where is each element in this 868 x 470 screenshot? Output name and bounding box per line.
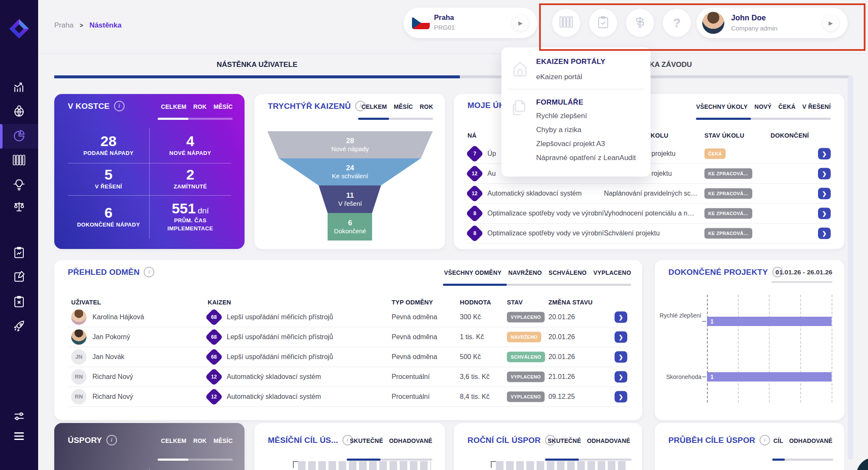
breadcrumb-parent[interactable]: Praha [54, 21, 73, 29]
tab-schvaleno[interactable]: SCHVÁLENO [548, 269, 587, 276]
reward-value: 8,4 tis. Kč [460, 393, 490, 401]
rocket-icon [13, 320, 25, 335]
sidebar-item-menu[interactable] [0, 425, 38, 449]
tab-rok[interactable]: ROK [420, 103, 433, 110]
tab-celkem[interactable]: CELKEM [161, 103, 186, 110]
sidebar-item-notes[interactable] [0, 265, 38, 290]
tab-celkem[interactable]: CELKEM [362, 103, 387, 110]
open-row-button[interactable]: ❯ [615, 391, 627, 402]
kaizen-name: Lepší uspořádání měřicích přístrojů [227, 333, 333, 341]
tab-v-reseni[interactable]: V ŘEŠENÍ [802, 103, 831, 110]
sidebar-item-dashboard[interactable] [0, 124, 38, 149]
page-scrollbar[interactable] [848, 75, 853, 460]
tab-navrzeno[interactable]: NAVRŽENO [508, 269, 542, 276]
table-row[interactable]: Karolína Hájková 68 Lepší uspořádání měř… [68, 307, 629, 327]
menu-item-ekaizen-portal[interactable]: eKaizen portál [536, 73, 582, 81]
tab-nastenka-uzivatele[interactable]: NÁSTĚNKA UŽIVATELE [54, 61, 460, 69]
floating-action-button[interactable] [856, 457, 868, 470]
tab-skutecne[interactable]: SKUTEČNÉ [350, 437, 383, 444]
tab-odhadovane[interactable]: ODHADOVANÉ [587, 437, 630, 444]
help-button[interactable]: ? [663, 9, 691, 37]
location-selector[interactable]: Praha PRG01 ▶ [403, 8, 537, 38]
tab-skutecne[interactable]: SKUTEČNÉ [548, 437, 581, 444]
tab-mesic[interactable]: MĚSÍC [214, 437, 233, 444]
tab-mesic[interactable]: MĚSÍC [214, 103, 233, 110]
funnel-stage-ke-schvaleni[interactable]: 24Ke schválení [267, 158, 433, 185]
kaizen-name: Optimalizace spotřeby vody ve výrobní… [487, 210, 611, 217]
table-row[interactable]: 8 Optimalizace spotřeby vody ve výrobní…… [467, 223, 831, 243]
menu-divider [508, 89, 644, 89]
table-row[interactable]: RN Richard Nový 12 Automatický skladovac… [68, 387, 629, 407]
bar-rychle-zlepseni[interactable]: 1 [707, 317, 832, 326]
tab-odhadovane[interactable]: ODHADOVANÉ [789, 437, 832, 444]
table-row[interactable]: Jan Pokorný 68 Lepší uspořádání měřicích… [68, 327, 629, 347]
table-row[interactable]: 12 Automatický skladovací systém Napláno… [467, 183, 831, 204]
open-row-button[interactable]: ❯ [818, 168, 831, 179]
menu-item-zlepsovaci-projekt[interactable]: Zlepšovací projekt A3 [536, 140, 605, 148]
sidebar-item-locations[interactable] [0, 100, 38, 124]
open-row-button[interactable]: ❯ [818, 188, 831, 199]
sidebar-item-ideas[interactable] [0, 173, 38, 198]
open-row-button[interactable]: ❯ [615, 351, 627, 362]
funnel-stage-v-reseni[interactable]: 11V řešení [267, 185, 433, 213]
tab-vsechny-odmeny[interactable]: VŠECHNY ODMĚNY [444, 269, 502, 276]
status-badge: SCHVÁLENO [507, 351, 545, 362]
bar-category-label: Skoronehoda [655, 373, 701, 380]
tab-novy[interactable]: NOVÝ [754, 103, 771, 110]
card-title: PRŮBĚH CÍLE ÚSPOR [668, 436, 755, 445]
menu-item-chyby-a-rizika[interactable]: Chyby a rizika [536, 126, 581, 134]
tab-vyplaceno[interactable]: VYPLACENO [593, 269, 631, 276]
tab-cil[interactable]: CÍL [773, 437, 783, 444]
breadcrumb-current[interactable]: Nástěnka [89, 21, 122, 29]
open-row-button[interactable]: ❯ [818, 227, 831, 239]
bar-skoronehoda[interactable]: 1 [707, 372, 832, 382]
portals-button[interactable] [552, 9, 580, 37]
table-row[interactable]: JN Jan Novák 68 Lepší uspořádání měřicíc… [68, 347, 629, 367]
tab-vsechny-ukoly[interactable]: VŠECHNY ÚKOLY [696, 103, 748, 110]
ekaizen-logo[interactable] [8, 18, 31, 40]
stat-zamitnute: 2ZAMÍTNUTÉ [150, 163, 231, 195]
menu-item-rychle-zlepseni[interactable]: Rychlé zlepšení [536, 112, 587, 120]
status-change-date: 20.01.26 [548, 333, 575, 341]
subtab-underline-track [785, 459, 833, 461]
sidebar-item-reports[interactable] [0, 241, 38, 265]
columns-icon [559, 15, 573, 30]
table-row[interactable]: 8 Optimalizace spotřeby vody ve výrobní…… [467, 203, 831, 224]
sidebar-item-audits[interactable] [0, 195, 38, 220]
pie-chart-icon [13, 129, 25, 144]
tab-celkem[interactable]: CELKEM [161, 437, 186, 444]
info-icon[interactable]: i [760, 435, 770, 445]
open-row-button[interactable]: ❯ [615, 371, 627, 382]
lightbulb-icon [13, 178, 25, 193]
tab-rok[interactable]: ROK [193, 437, 207, 444]
stat-v-reseni: 5V ŘEŠENÍ [68, 163, 149, 195]
active-subtab-underline [158, 459, 189, 461]
date-range[interactable]: 01.01.26 - 26.01.26 [776, 268, 832, 276]
funnel-stage-nove-napady[interactable]: 28Nové nápady [267, 131, 433, 158]
funnel-stage-dokoncene[interactable]: 6Dokončené [267, 213, 433, 241]
sidebar-item-projects[interactable] [0, 315, 38, 340]
kaizen-name: Lepší uspořádání měřicích přístrojů [227, 313, 333, 321]
info-icon[interactable]: i [114, 101, 125, 111]
tasks-button[interactable] [589, 9, 617, 37]
open-row-button[interactable]: ❯ [615, 311, 627, 323]
open-row-button[interactable]: ❯ [818, 148, 831, 159]
info-icon[interactable]: i [144, 267, 154, 277]
task-name: Naplánování pravidelných sc… [604, 190, 698, 197]
user-expand-button[interactable]: ▶ [822, 14, 839, 31]
menu-item-napravne-opatreni[interactable]: Nápravné opatření z LeanAudit [536, 154, 636, 162]
open-row-button[interactable]: ❯ [615, 331, 627, 343]
table-row[interactable]: RN Richard Nový 12 Automatický skladovac… [68, 367, 629, 387]
tab-odhadovane[interactable]: ODHADOVANÉ [389, 437, 432, 444]
info-icon[interactable]: i [106, 435, 117, 445]
open-row-button[interactable]: ❯ [818, 207, 831, 219]
sidebar-item-analytics[interactable] [0, 75, 38, 100]
tab-mesic[interactable]: MĚSÍC [394, 103, 413, 110]
location-expand-button[interactable]: ▶ [512, 14, 529, 31]
guide-button[interactable] [626, 9, 654, 37]
tab-ceka[interactable]: ČEKÁ [779, 103, 796, 110]
tab-rok[interactable]: ROK [193, 103, 207, 110]
sidebar-item-issues[interactable] [0, 290, 38, 315]
user-menu[interactable]: John Doe Company admin ▶ [696, 8, 848, 38]
sidebar-item-columns[interactable] [0, 149, 38, 173]
